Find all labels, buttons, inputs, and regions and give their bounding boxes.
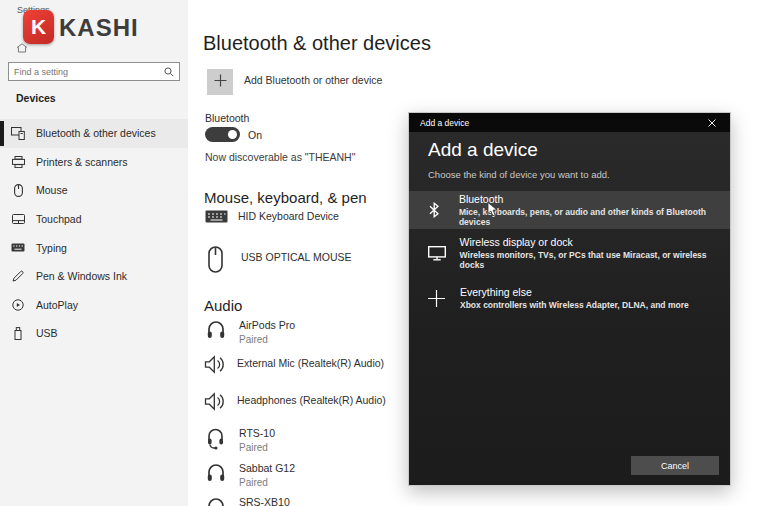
discoverable-text: Now discoverable as "THEANH": [205, 151, 355, 163]
device-name: USB OPTICAL MOUSE: [241, 251, 351, 263]
keyboard-device-icon: [205, 210, 238, 223]
option-wireless-display[interactable]: Wireless display or dock Wireless monito…: [409, 234, 730, 272]
mouse-device-icon: [208, 246, 241, 273]
keyboard-icon: [9, 243, 27, 252]
headphones-icon: [206, 319, 239, 340]
cancel-button[interactable]: Cancel: [631, 456, 719, 475]
device-name: RTS-10: [239, 427, 275, 439]
sidebar-item-bluetooth-other-devices[interactable]: Bluetooth & other devices: [0, 119, 188, 148]
headphones-icon: [206, 462, 239, 483]
section-title-mouse-keyboard-pen: Mouse, keyboard, & pen: [204, 189, 367, 206]
brand-name: KASHI: [59, 14, 139, 42]
pen-icon: [9, 270, 27, 282]
usb-icon: [9, 327, 27, 340]
sidebar-item-label: Printers & scanners: [36, 156, 128, 168]
sidebar: Settings K KASHI Devices Bluetooth & oth…: [0, 0, 188, 506]
device-row-airpods-pro[interactable]: AirPods Pro Paired: [206, 319, 295, 345]
option-description: Wireless monitors, TVs, or PCs that use …: [460, 250, 730, 270]
device-row-headphones-realtek[interactable]: Headphones (Realtek(R) Audio): [204, 392, 386, 411]
dialog-heading: Add a device: [428, 139, 538, 161]
toggle-knob: [228, 130, 237, 139]
bluetooth-label: Bluetooth: [205, 112, 249, 124]
search-icon[interactable]: [164, 63, 174, 81]
headphones-icon: [206, 496, 239, 506]
sidebar-item-label: Pen & Windows Ink: [36, 270, 127, 282]
sidebar-item-mouse[interactable]: Mouse: [0, 176, 188, 205]
option-title: Everything else: [460, 286, 689, 298]
sidebar-item-label: Touchpad: [36, 213, 82, 225]
device-name: Sabbat G12: [239, 462, 295, 474]
device-name: AirPods Pro: [239, 319, 295, 331]
device-row-srs-xb10[interactable]: SRS-XB10: [206, 496, 290, 506]
device-name: Headphones (Realtek(R) Audio): [237, 394, 386, 406]
sidebar-item-usb[interactable]: USB: [0, 319, 188, 348]
sidebar-item-label: Bluetooth & other devices: [36, 127, 156, 139]
add-device-button-label[interactable]: Add Bluetooth or other device: [244, 74, 382, 86]
speaker-icon: [204, 355, 237, 374]
sidebar-item-label: Typing: [36, 242, 67, 254]
autoplay-icon: [9, 299, 27, 311]
page-title: Bluetooth & other devices: [203, 32, 431, 55]
sidebar-item-label: Mouse: [36, 184, 68, 196]
bluetooth-toggle[interactable]: [205, 127, 240, 142]
touchpad-icon: [9, 214, 27, 224]
search-input[interactable]: [14, 67, 164, 77]
device-row-hid-keyboard[interactable]: HID Keyboard Device: [205, 210, 339, 223]
dialog-titlebar: Add a device: [409, 113, 730, 132]
sidebar-item-typing[interactable]: Typing: [0, 233, 188, 262]
close-icon[interactable]: [705, 116, 719, 130]
device-status: Paired: [239, 442, 275, 453]
device-row-usb-optical-mouse[interactable]: USB OPTICAL MOUSE: [208, 246, 351, 273]
add-device-dialog: Add a device Add a device Choose the kin…: [408, 112, 731, 486]
device-status: Paired: [239, 334, 295, 345]
option-description: Xbox controllers with Wireless Adapter, …: [460, 300, 689, 310]
sidebar-item-label: AutoPlay: [36, 299, 78, 311]
option-description: Mice, keyboards, pens, or audio and othe…: [459, 207, 730, 227]
selected-indicator: [0, 121, 4, 146]
sidebar-item-touchpad[interactable]: Touchpad: [0, 205, 188, 234]
option-title: Wireless display or dock: [460, 236, 730, 248]
plus-icon: [428, 290, 460, 307]
option-bluetooth[interactable]: Bluetooth Mice, keyboards, pens, or audi…: [409, 191, 730, 229]
mouse-cursor: [487, 202, 498, 221]
kashi-logo: K: [23, 10, 54, 44]
sidebar-item-autoplay[interactable]: AutoPlay: [0, 291, 188, 320]
device-row-rts-10[interactable]: RTS-10 Paired: [206, 427, 275, 453]
monitor-icon: [428, 246, 460, 261]
device-status: Paired: [239, 477, 295, 488]
section-title-audio: Audio: [204, 297, 242, 314]
mouse-icon: [9, 184, 27, 197]
headset-icon: [206, 427, 239, 450]
sidebar-section-devices: Devices: [16, 92, 56, 104]
sidebar-item-label: USB: [36, 327, 58, 339]
bluetooth-toggle-state: On: [248, 129, 262, 141]
dialog-subheading: Choose the kind of device you want to ad…: [428, 169, 610, 180]
device-name: HID Keyboard Device: [238, 210, 339, 222]
option-title: Bluetooth: [459, 193, 730, 205]
bluetooth-icon: [428, 202, 459, 218]
search-box[interactable]: [8, 62, 180, 81]
settings-window: Settings K KASHI Devices Bluetooth & oth…: [0, 0, 783, 506]
devices-icon: [9, 127, 27, 140]
plus-icon: [214, 73, 227, 91]
sidebar-item-pen-windows-ink[interactable]: Pen & Windows Ink: [0, 262, 188, 291]
device-row-sabbat-g12[interactable]: Sabbat G12 Paired: [206, 462, 295, 488]
device-row-external-mic[interactable]: External Mic (Realtek(R) Audio): [204, 355, 384, 374]
sidebar-nav: Bluetooth & other devices Printers & sca…: [0, 119, 188, 348]
add-device-button[interactable]: [207, 69, 233, 95]
speaker-icon: [204, 392, 237, 411]
sidebar-item-printers-scanners[interactable]: Printers & scanners: [0, 148, 188, 177]
printer-icon: [9, 156, 27, 168]
device-name: SRS-XB10: [239, 496, 290, 506]
dialog-titlebar-text: Add a device: [420, 118, 469, 128]
option-everything-else[interactable]: Everything else Xbox controllers with Wi…: [409, 279, 730, 317]
device-name: External Mic (Realtek(R) Audio): [237, 357, 384, 369]
